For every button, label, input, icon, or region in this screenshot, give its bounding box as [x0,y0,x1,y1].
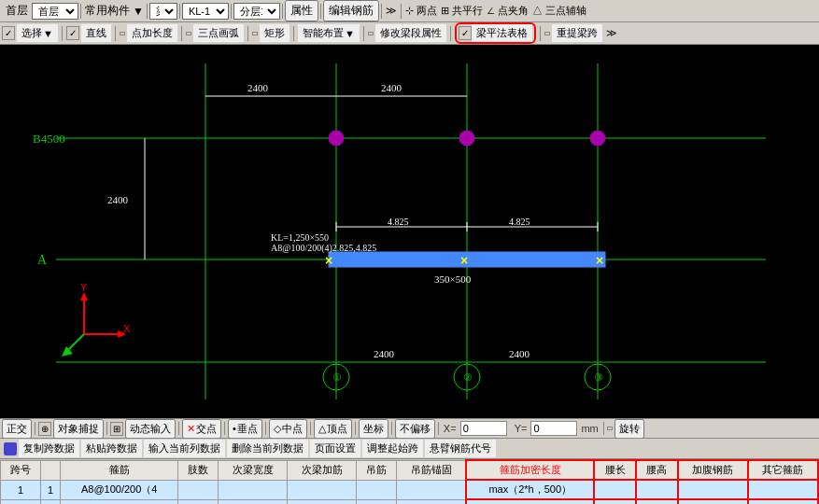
sep-b7 [355,422,356,435]
vertex-button[interactable]: △ 顶点 [314,419,352,439]
copy-span-button[interactable]: 复制跨数据 [19,440,79,457]
two-point-icon[interactable]: ⊹ 两点 [403,4,439,18]
sep2 [147,4,148,19]
cell-col1-2[interactable]: 2 [41,499,61,504]
reenter-span-button[interactable]: 重提梁跨 [552,24,602,42]
y-input[interactable] [530,421,577,436]
beam-table-button[interactable]: 梁平法表格 [472,24,532,42]
cell-hanging-1[interactable] [356,480,396,499]
cell-waist-len-2[interactable] [594,499,636,504]
cell-legs-2[interactable] [178,499,219,504]
page-settings-button[interactable]: 页面设置 [310,440,360,457]
cell-other-stirrup-1[interactable] [748,480,818,499]
col-header-waist-len: 腰长 [594,460,636,480]
cell-dense-length-1[interactable]: max（2*h，500） [466,480,594,499]
paste-span-button[interactable]: 粘贴跨数据 [81,440,142,457]
cell-dense-length-2[interactable]: max（2*h，500） [466,499,594,504]
modify-beam-button[interactable]: 修改梁段属性 [375,24,446,42]
svg-text:2400: 2400 [107,194,129,205]
col-header-sec-beam-width: 次梁宽度 [219,460,288,480]
x-input[interactable] [460,421,507,436]
cell-stirrup-1[interactable]: A8@100/200（4 [61,480,178,499]
cad-drawing: B4500 A ① ② ③ × × × KL=1,250×550 A8@100/… [0,45,819,418]
cell-hanging-anchor-2[interactable] [397,499,466,504]
col-header-other-stirrup: 其它箍筋 [748,460,818,480]
angle-icon[interactable]: ∠ 点夹角 [485,4,530,18]
svg-text:2400: 2400 [247,82,269,93]
beam-type-select[interactable]: 梁 [149,3,177,20]
cell-belly-rebar-1[interactable] [678,480,748,499]
dynamic-button[interactable]: 动态输入 [125,419,176,439]
sep-b1 [35,422,35,435]
cell-hanging-anchor-1[interactable] [397,480,466,499]
parallel-icon[interactable]: ⊞ 共平行 [439,4,485,18]
cell-waist-len-1[interactable] [594,480,636,499]
cell-sec-beam-width-2[interactable] [219,499,288,504]
svg-point-9 [459,131,474,146]
beam-id-select[interactable]: KL-1 [182,3,229,20]
properties-button[interactable]: 属性 [285,0,318,21]
midpoint-button[interactable]: ◇ 中点 [269,419,307,439]
input-current-button[interactable]: 输入当前列数据 [144,440,225,457]
sep-b6 [310,422,311,435]
svg-text:B4500: B4500 [33,132,65,146]
table-row[interactable]: 1 1 A8@100/200（4 max（2*h，500） [1,480,819,499]
mm-label: mm [579,423,600,434]
cell-span-2[interactable]: 2 [1,499,41,504]
rotate-check[interactable] [607,427,613,430]
checkbox-modify-beam[interactable] [368,32,374,35]
canvas-area[interactable]: B4500 A ① ② ③ × × × KL=1,250×550 A8@100/… [0,45,819,418]
cell-waist-height-1[interactable] [636,480,678,499]
checkbox-orthogonal[interactable]: ✓ [2,26,15,40]
checkbox-add-length[interactable] [120,32,125,35]
checkbox-beam-table[interactable]: ✓ [459,26,472,40]
rotate-button[interactable]: 旋转 [614,419,644,439]
line-button[interactable]: 直线 [81,24,111,42]
delete-current-button[interactable]: 删除当前列数据 [227,440,308,457]
sublayer-select[interactable]: 分层1 [233,3,280,20]
sep-t2-5 [293,26,294,41]
three-arc-button[interactable]: 三点画弧 [193,24,244,42]
sep-t2-1 [62,26,63,41]
intersection-button[interactable]: ✕ 交点 [182,419,221,439]
more-icon: ≫ [604,27,619,39]
data-panel: 复制跨数据 粘贴跨数据 输入当前列数据 删除当前列数据 页面设置 调整起始跨 悬… [0,439,819,504]
checkbox-line[interactable]: ✓ [66,26,79,40]
cell-span-1[interactable]: 1 [1,480,41,499]
checkbox-rect[interactable] [252,32,258,35]
three-point-icon[interactable]: △ 三点辅轴 [530,4,588,18]
cell-waist-height-2[interactable] [636,499,678,504]
beam-table-highlight: ✓ 梁平法表格 [455,22,536,44]
snap-button[interactable]: 对象捕捉 [53,419,104,439]
add-length-button[interactable]: 点加长度 [127,24,177,42]
cell-legs-1[interactable] [178,480,219,499]
select-button[interactable]: 选择▼ [17,24,58,42]
rect-button[interactable]: 矩形 [260,24,289,42]
sep-t2-6 [363,26,364,41]
cell-belly-rebar-2[interactable] [678,499,748,504]
hanging-rebar-button[interactable]: 悬臂钢筋代号 [425,440,496,457]
checkbox-reenter-span[interactable] [544,32,550,35]
col-header-waist-height: 腰高 [636,460,678,480]
cell-sec-beam-rebar-1[interactable] [288,480,357,499]
cell-sec-beam-width-1[interactable] [219,480,288,499]
cell-col1-1[interactable]: 1 [41,480,61,499]
cell-other-stirrup-2[interactable] [748,499,818,504]
no-offset-button[interactable]: 不偏移 [395,419,435,439]
table-row[interactable]: 2 2 A8@100/200（4 max（2*h，500） [1,499,819,504]
cell-stirrup-2[interactable]: A8@100/200（4 [61,499,178,504]
smart-layout-button[interactable]: 智能布置▼ [298,24,360,42]
layer-select[interactable]: 首层 [32,3,78,20]
sep6 [320,4,321,19]
coordinate-button[interactable]: 坐标 [359,419,388,439]
svg-text:×: × [460,253,468,268]
cell-hanging-2[interactable] [356,499,396,504]
edit-rebar-button[interactable]: 编辑钢筋 [323,0,379,21]
vertical-button[interactable]: • 垂点 [228,419,262,439]
adjust-start-button[interactable]: 调整起始跨 [362,440,423,457]
sep-b5 [265,422,266,435]
cell-sec-beam-rebar-2[interactable] [288,499,357,504]
extra-icons: ≫ [384,5,399,17]
checkbox-three-arc[interactable] [186,32,191,35]
orthogonal-button[interactable]: 正交 [2,419,32,439]
